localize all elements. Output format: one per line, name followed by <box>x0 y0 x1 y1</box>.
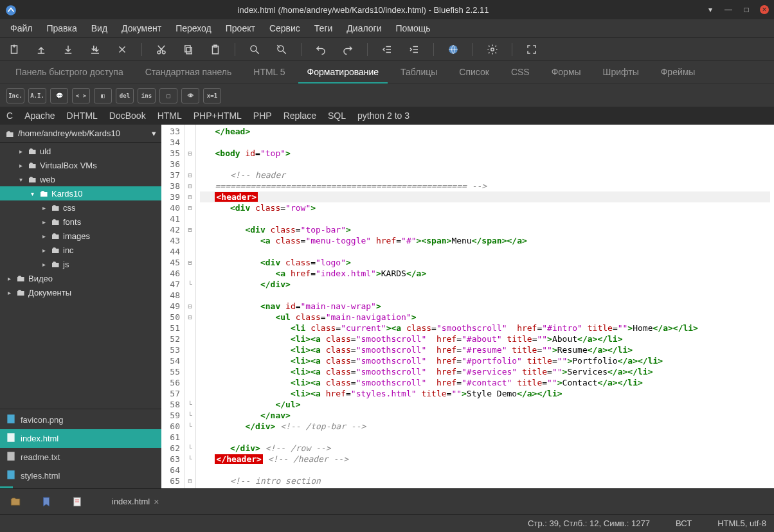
expand-arrow-icon[interactable]: ▸ <box>17 148 24 155</box>
save-as-icon[interactable] <box>87 42 103 57</box>
file-item[interactable]: favicon.png <box>0 411 161 429</box>
tree-item[interactable]: ▸Документы <box>0 285 161 299</box>
tree-item[interactable]: ▸js <box>0 257 161 271</box>
expand-arrow-icon[interactable]: ▸ <box>40 204 48 211</box>
tree-item[interactable]: ▸Видео <box>0 271 161 285</box>
advanced-search-icon[interactable] <box>274 42 289 57</box>
format-button[interactable]: ◧ <box>94 88 112 103</box>
file-item[interactable]: styles.html <box>0 466 161 485</box>
panel-tab[interactable]: Панель быстрого доступа <box>6 62 132 84</box>
format-button[interactable]: 👁 <box>181 88 199 103</box>
panel-tab[interactable]: Список <box>450 62 498 84</box>
unindent-icon[interactable] <box>379 42 395 57</box>
tree-item[interactable]: ▸css <box>0 200 161 215</box>
new-file-icon[interactable] <box>6 42 22 57</box>
expand-arrow-icon[interactable]: ▸ <box>40 218 48 226</box>
close-button[interactable]: × <box>760 5 769 14</box>
document-tab[interactable]: index.html × <box>107 494 164 510</box>
panel-tab[interactable]: HTML 5 <box>244 62 294 84</box>
cut-icon[interactable] <box>154 42 169 57</box>
tree-item[interactable]: ▸inc <box>0 243 161 257</box>
language-filter[interactable]: PHP+HTML <box>194 111 242 121</box>
panel-tab[interactable]: Фреймы <box>652 62 705 84</box>
expand-arrow-icon[interactable]: ▾ <box>17 176 24 183</box>
expand-arrow-icon[interactable]: ▸ <box>40 247 48 254</box>
language-filter[interactable]: python 2 to 3 <box>357 111 410 121</box>
expand-arrow-icon[interactable]: ▸ <box>5 289 13 296</box>
minimize-button[interactable]: — <box>724 5 733 14</box>
code-editor[interactable]: 3334353637383940414243444546474849505152… <box>161 125 774 488</box>
code-content[interactable]: </head> <body id="top"> <!-- header ====… <box>196 125 774 488</box>
panel-tab[interactable]: Формы <box>543 62 590 84</box>
panel-tab[interactable]: Таблицы <box>392 62 446 84</box>
format-button[interactable]: □ <box>159 88 177 103</box>
language-filter[interactable]: HTML <box>158 111 182 121</box>
status-encoding[interactable]: HTML5, utf-8 <box>717 519 766 528</box>
svg-point-17 <box>251 46 256 51</box>
panel-tab[interactable]: Шрифты <box>594 62 648 84</box>
path-selector[interactable]: /home/andrey/web/Kards10 ▾ <box>0 125 161 143</box>
menu-item-проект[interactable]: Проект <box>219 21 262 36</box>
expand-arrow-icon[interactable]: ▸ <box>5 275 13 282</box>
tree-item[interactable]: ▸uld <box>0 144 161 158</box>
language-filter[interactable]: DocBook <box>109 111 146 121</box>
file-item[interactable]: readme.txt <box>0 448 161 466</box>
format-button[interactable]: < > <box>72 88 90 103</box>
panel-tab[interactable]: CSS <box>502 62 539 84</box>
menu-item-документ[interactable]: Документ <box>115 21 168 36</box>
file-item[interactable]: index.html <box>0 429 161 448</box>
tree-item[interactable]: ▸VirtualBox VMs <box>0 158 161 172</box>
language-filter[interactable]: DHTML <box>67 111 98 121</box>
menu-item-помощь[interactable]: Помощь <box>389 21 437 36</box>
format-button[interactable]: ins <box>138 88 156 103</box>
fold-column[interactable]: ⊟⊟⊟⊟⊟⊟⊟└⊟⊟└└└└└⊟ <box>184 125 196 488</box>
menu-item-вид[interactable]: Вид <box>85 21 114 36</box>
window-control-icon[interactable]: ▾ <box>706 5 715 14</box>
expand-arrow-icon[interactable]: ▾ <box>28 190 36 197</box>
bookmarks-icon[interactable] <box>39 494 54 510</box>
settings-icon[interactable] <box>485 42 500 57</box>
menu-item-файл[interactable]: Файл <box>4 21 39 36</box>
tree-item[interactable]: ▾web <box>0 172 161 186</box>
redo-icon[interactable] <box>340 42 356 57</box>
language-filter[interactable]: Apache <box>24 111 55 121</box>
tree-item[interactable]: ▾Kards10 <box>0 186 161 200</box>
menu-item-сервис[interactable]: Сервис <box>263 21 307 36</box>
snippets-icon[interactable] <box>69 494 85 510</box>
expand-arrow-icon[interactable]: ▸ <box>17 162 24 169</box>
status-insert-mode[interactable]: ВСТ <box>676 519 692 528</box>
format-button[interactable]: Inc. <box>6 88 24 103</box>
undo-icon[interactable] <box>313 42 328 57</box>
format-button[interactable]: A.I. <box>28 88 46 103</box>
close-tab-icon[interactable]: × <box>154 497 159 507</box>
chevron-down-icon[interactable]: ▾ <box>152 129 156 138</box>
language-filter[interactable]: Replace <box>284 111 316 121</box>
open-file-icon[interactable] <box>33 42 49 57</box>
fullscreen-icon[interactable] <box>524 42 539 57</box>
search-icon[interactable] <box>247 42 262 57</box>
maximize-button[interactable]: □ <box>742 5 751 14</box>
language-filter[interactable]: SQL <box>328 111 346 121</box>
file-manager-icon[interactable] <box>8 494 23 510</box>
panel-tab[interactable]: Форматирование <box>298 62 388 84</box>
expand-arrow-icon[interactable]: ▸ <box>40 233 48 240</box>
copy-icon[interactable] <box>181 42 196 57</box>
menu-item-правка[interactable]: Правка <box>40 21 83 36</box>
paste-icon[interactable] <box>208 42 223 57</box>
indent-icon[interactable] <box>406 42 422 57</box>
save-file-icon[interactable] <box>60 42 76 57</box>
format-button[interactable]: del <box>116 88 134 103</box>
preview-icon[interactable] <box>446 42 461 57</box>
menu-item-переход[interactable]: Переход <box>169 21 218 36</box>
close-file-icon[interactable] <box>114 42 130 57</box>
panel-tab[interactable]: Стандартная панель <box>136 62 241 84</box>
menu-item-диалоги[interactable]: Диалоги <box>340 21 388 36</box>
language-filter[interactable]: C <box>6 111 13 121</box>
language-filter[interactable]: PHP <box>253 111 272 121</box>
menu-item-теги[interactable]: Теги <box>308 21 339 36</box>
tree-item[interactable]: ▸fonts <box>0 215 161 229</box>
expand-arrow-icon[interactable]: ▸ <box>40 261 48 268</box>
format-button[interactable]: x=1 <box>203 88 221 103</box>
tree-item[interactable]: ▸images <box>0 229 161 243</box>
format-button[interactable]: 💬 <box>50 88 68 103</box>
